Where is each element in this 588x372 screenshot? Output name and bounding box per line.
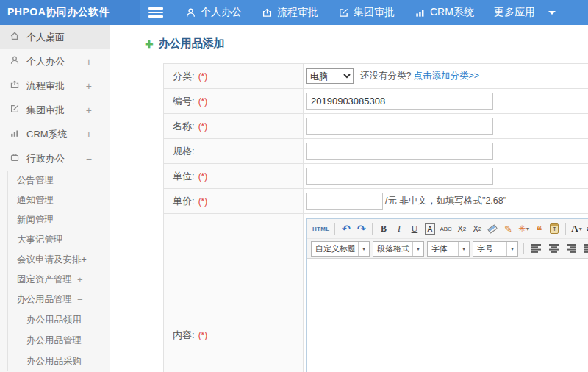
- field-label: 内容:: [173, 329, 195, 342]
- expand-plus-icon[interactable]: +: [77, 274, 83, 285]
- person-icon: [10, 55, 20, 68]
- sidebar-item-fixed-assets-mgmt[interactable]: 固定资产管理 +: [8, 270, 110, 290]
- page-title: ✚ 办公用品添加: [145, 37, 588, 51]
- collapse-minus-icon[interactable]: −: [86, 153, 92, 165]
- expand-plus-icon[interactable]: +: [86, 129, 92, 140]
- superscript-button[interactable]: X2: [455, 221, 469, 236]
- spec-input[interactable]: [306, 143, 493, 160]
- required-marker: (*): [198, 96, 208, 107]
- plain-format-button[interactable]: A: [425, 223, 436, 235]
- justify-icon[interactable]: [582, 241, 588, 256]
- align-right-icon[interactable]: [564, 241, 579, 256]
- nav-item-crm[interactable]: CRM系统: [415, 6, 474, 19]
- nav-item-more-apps[interactable]: 更多应用: [494, 6, 556, 19]
- code-input[interactable]: [306, 93, 493, 110]
- required-marker: (*): [198, 196, 208, 207]
- sidebar-label: 集团审批: [26, 104, 65, 117]
- editor-toolbar-row2: 自定义标题▾ 段落格式▾ 字体▾ 字号▾: [307, 238, 588, 259]
- workflow-icon: [10, 79, 20, 92]
- paragraph-format-select[interactable]: 段落格式▾: [373, 241, 424, 257]
- home-icon: [10, 31, 20, 43]
- main-content: ✚ 办公用品添加 分类: (*) 电脑 还没有分类? 点击添加分类>> 编号: …: [110, 25, 588, 372]
- sidebar-item-memorabilia-mgmt[interactable]: 大事记管理: [8, 230, 110, 250]
- font-size-select[interactable]: 字号▾: [473, 241, 518, 257]
- expand-plus-icon[interactable]: +: [86, 56, 92, 68]
- briefcase-icon: [10, 152, 20, 165]
- source-code-button[interactable]: HTML: [311, 221, 331, 236]
- format-painter-icon[interactable]: ✎: [501, 221, 515, 236]
- sidebar-item-announcement-mgmt[interactable]: 公告管理: [8, 171, 110, 190]
- admin-office-submenu: 公告管理 通知管理 新闻管理 大事记管理 会议申请及安排+ 固定资产管理 + 办…: [7, 171, 110, 371]
- blockquote-icon[interactable]: ❝: [532, 223, 546, 238]
- nav-item-personal-office[interactable]: 个人办公: [185, 6, 242, 19]
- sidebar-label: 个人桌面: [26, 31, 65, 44]
- add-category-link[interactable]: 点击添加分类>>: [413, 70, 479, 82]
- toolbar-separator: [565, 223, 566, 235]
- editor-content-area[interactable]: [307, 259, 588, 372]
- expand-plus-icon[interactable]: +: [86, 80, 92, 92]
- field-label: 名称:: [173, 120, 195, 133]
- sidebar-item-office-supplies-mgmt[interactable]: 办公用品管理 −: [8, 290, 110, 310]
- form-row-category: 分类: (*) 电脑 还没有分类? 点击添加分类>>: [164, 64, 588, 89]
- required-marker: (*): [198, 121, 208, 132]
- unit-input[interactable]: [306, 168, 493, 185]
- form-row-name: 名称: (*): [164, 114, 588, 139]
- sidebar-label: 会议申请及安排+: [17, 254, 87, 266]
- add-icon: ✚: [145, 39, 154, 49]
- bold-button[interactable]: B: [376, 221, 390, 236]
- sidebar-item-meeting-mgmt[interactable]: 会议申请及安排+: [8, 250, 110, 270]
- sidebar-item-crm[interactable]: CRM系统 +: [0, 122, 110, 146]
- hamburger-icon[interactable]: [148, 7, 163, 18]
- custom-heading-select[interactable]: 自定义标题▾: [311, 241, 370, 257]
- sidebar-item-admin-office[interactable]: 行政办公 −: [0, 146, 110, 171]
- sidebar-label: 办公用品管理: [26, 335, 82, 347]
- italic-button[interactable]: I: [392, 221, 406, 236]
- sidebar-item-notice-mgmt[interactable]: 通知管理: [8, 190, 110, 210]
- collapse-minus-icon[interactable]: −: [77, 294, 83, 305]
- underline-button[interactable]: U: [407, 221, 421, 236]
- sidebar-item-personal-office[interactable]: 个人办公 +: [0, 49, 110, 74]
- quick-format-button[interactable]: ✳▾: [517, 221, 531, 236]
- paste-as-text-button[interactable]: T: [548, 221, 562, 236]
- undo-icon[interactable]: ↶: [339, 221, 353, 236]
- category-select[interactable]: 电脑: [306, 68, 354, 84]
- price-input[interactable]: [306, 193, 383, 210]
- expand-plus-icon[interactable]: +: [86, 104, 92, 116]
- sidebar-item-news-mgmt[interactable]: 新闻管理: [8, 210, 110, 230]
- sidebar-item-group-approval[interactable]: 集团审批 +: [0, 98, 110, 122]
- person-icon: [185, 7, 196, 18]
- name-input[interactable]: [306, 118, 493, 135]
- nav-item-workflow-approval[interactable]: 流程审批: [262, 6, 318, 19]
- sidebar-item-desktop[interactable]: 个人桌面: [0, 25, 110, 49]
- caret-down-icon: ▾: [506, 242, 517, 256]
- eraser-icon: [487, 224, 498, 234]
- align-left-icon[interactable]: [529, 241, 544, 256]
- redo-icon[interactable]: ↷: [354, 221, 368, 236]
- price-hint: /元 非中文，如填写格式"2.68": [385, 195, 506, 207]
- font-family-select[interactable]: 字体▾: [427, 241, 470, 257]
- strikethrough-button[interactable]: ABC: [438, 221, 453, 236]
- subscript-button[interactable]: X2: [470, 221, 484, 236]
- required-marker: (*): [198, 330, 208, 340]
- sidebar-item-supplies-manage[interactable]: 办公用品管理: [15, 330, 110, 351]
- field-label: 编号:: [173, 95, 195, 108]
- nav-label: 个人办公: [201, 6, 242, 19]
- sidebar-item-supplies-claim[interactable]: 办公用品领用: [15, 310, 110, 330]
- required-marker: (*): [198, 71, 208, 82]
- sidebar-label: 流程审批: [26, 79, 65, 93]
- toolbar-separator: [372, 223, 373, 235]
- sidebar-label: 办公用品管理: [17, 293, 72, 306]
- caret-down-icon: ▾: [412, 242, 423, 256]
- sidebar-label: CRM系统: [26, 128, 68, 141]
- highlight-color-button[interactable]: ab✎▾: [585, 221, 588, 236]
- no-category-text: 还没有分类?: [360, 70, 411, 82]
- bar-chart-icon: [415, 7, 426, 18]
- sidebar-item-workflow-approval[interactable]: 流程审批 +: [0, 74, 110, 98]
- caret-down-icon: ▾: [458, 242, 469, 256]
- remove-format-button[interactable]: [486, 221, 500, 236]
- nav-item-group-approval[interactable]: 集团审批: [338, 6, 395, 19]
- font-color-button[interactable]: A▾: [570, 221, 584, 236]
- align-center-icon[interactable]: [547, 241, 562, 256]
- toolbar-separator: [523, 243, 524, 254]
- sidebar-item-supplies-purchase[interactable]: 办公用品采购: [15, 351, 110, 371]
